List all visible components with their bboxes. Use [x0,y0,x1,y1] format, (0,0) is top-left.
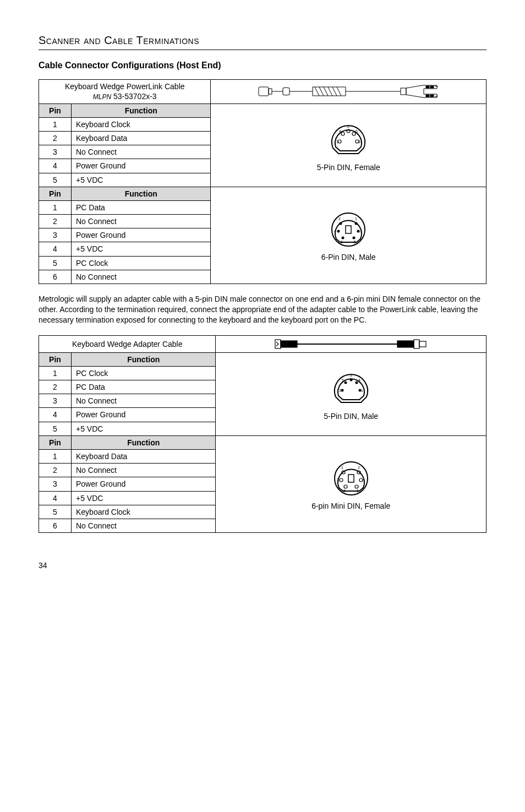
svg-text:1: 1 [336,140,338,144]
svg-text:2: 2 [347,124,349,128]
svg-text:3: 3 [339,389,341,393]
svg-point-24 [353,237,356,239]
svg-rect-31 [275,340,281,348]
table2-din5-caption: 5-Pin DIN, Male [220,411,482,421]
table1-mlpn-value: 53-53702x-3 [111,92,157,101]
svg-text:1: 1 [341,466,343,470]
svg-point-54 [355,485,358,488]
func-cell: No Connect [72,270,211,284]
svg-point-39 [344,381,347,384]
table2-din5-diagram-cell: 31 54 2 5-Pin DIN, Male [216,352,486,435]
table1-mlpn-prefix: MLPN [93,93,111,101]
pin-cell: 1 [39,117,72,131]
func-cell: PC Clock [72,366,216,380]
func-cell: +5 VDC [72,173,211,187]
svg-rect-4 [430,86,434,88]
svg-point-20 [355,222,358,225]
svg-text:4: 4 [363,478,365,482]
pin-cell: 5 [39,505,72,519]
func-cell: No Connect [72,464,216,477]
svg-rect-0 [259,87,269,96]
body-paragraph: Metrologic will supply an adapter cable … [39,294,486,325]
func-cell: No Connect [72,215,211,228]
table2-header-func: Function [72,352,216,366]
svg-rect-3 [426,86,429,88]
table-adapter-cable: Keyboard Wedge Adapter Cable Pin Functio… [39,335,486,533]
svg-text:1: 1 [361,389,363,393]
pin-cell: 3 [39,145,72,159]
func-cell: +5 VDC [72,242,211,256]
pin-cell: 4 [39,491,72,505]
subheading: Cable Connector Configurations (Host End… [39,60,486,72]
func-cell: Power Ground [72,408,216,422]
svg-point-51 [340,478,343,482]
pin-cell: 2 [39,131,72,145]
svg-rect-32 [281,341,297,347]
svg-text:4: 4 [358,378,360,382]
pin-cell: 2 [39,380,72,394]
pin-cell: 1 [39,366,72,380]
func-cell: Keyboard Data [72,131,211,145]
pin-cell: 4 [39,408,72,422]
table2-header-pin: Pin [39,352,72,366]
page-number: 34 [39,560,486,570]
svg-text:5: 5 [356,129,358,133]
pin-cell: 1 [39,450,72,464]
func-cell: PC Data [72,200,211,214]
svg-point-53 [344,485,347,488]
svg-text:5: 5 [342,378,344,382]
table1-cable-drawing-cell [211,79,486,103]
table1-header-pin: Pin [39,103,72,117]
svg-rect-6 [430,95,434,97]
pin-cell: 5 [39,173,72,187]
pin-cell: 2 [39,464,72,477]
pin-cell: 4 [39,242,72,256]
pin-cell: 5 [39,256,72,270]
table-powerlink-cable: Keyboard Wedge PowerLink Cable MLPN 53-5… [39,79,486,284]
func-cell: Keyboard Clock [72,117,211,131]
pin-cell: 5 [39,422,72,435]
svg-text:1: 1 [355,217,357,221]
pin-cell: 6 [39,519,72,532]
din-5-female-icon: 13 45 2 [326,121,370,159]
svg-point-40 [355,381,358,384]
func-cell: Power Ground [72,159,211,173]
table1-header-func-2: Function [72,187,211,200]
func-cell: No Connect [72,519,216,532]
table1-header-pin-2: Pin [39,187,72,200]
svg-text:2: 2 [358,466,360,470]
svg-rect-36 [419,341,426,347]
svg-text:5: 5 [354,240,356,244]
svg-rect-34 [397,341,414,347]
func-cell: PC Data [72,380,216,394]
mini-din-6-female-icon: 12 34 56 [329,459,373,498]
table2-title-cell: Keyboard Wedge Adapter Cable [39,335,216,352]
svg-rect-5 [426,95,429,97]
svg-point-41 [349,378,352,381]
func-cell: +5 VDC [72,491,216,505]
svg-rect-2 [401,88,406,95]
svg-point-22 [357,230,360,233]
pin-cell: 3 [39,477,72,491]
table1-din6-caption: 6-Pin DIN, Male [215,252,482,262]
pin-cell: 4 [39,159,72,173]
table1-din5-caption: 5-Pin DIN, Female [215,162,482,172]
func-cell: +5 VDC [72,422,216,435]
func-cell: Keyboard Data [72,450,216,464]
svg-text:5: 5 [343,489,346,493]
table2-header-func-2: Function [72,435,216,449]
pin-cell: 3 [39,394,72,408]
svg-point-23 [342,237,344,239]
pin-cell: 6 [39,270,72,284]
svg-point-21 [337,230,340,233]
svg-rect-48 [348,475,354,482]
svg-text:3: 3 [358,140,360,144]
pin-cell: 3 [39,228,72,242]
func-cell: No Connect [72,394,216,408]
table1-din6-diagram-cell: 21 43 65 6-Pin DIN, Male [211,187,486,284]
svg-text:4: 4 [334,229,336,233]
svg-rect-18 [346,226,351,233]
pin-cell: 2 [39,215,72,228]
table1-title-cell: Keyboard Wedge PowerLink Cable MLPN 53-5… [39,79,211,103]
adapter-cable-icon [274,337,428,351]
